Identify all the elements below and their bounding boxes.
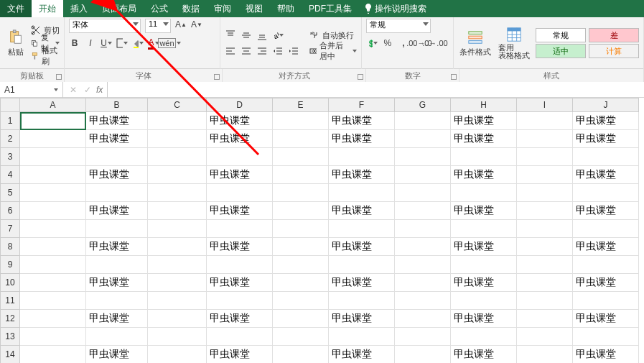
- cell-E10[interactable]: [273, 274, 329, 292]
- cell-H5[interactable]: [451, 184, 517, 202]
- menu-tab-view[interactable]: 视图: [238, 0, 270, 17]
- cell-E7[interactable]: [273, 220, 329, 238]
- cell-G14[interactable]: [395, 346, 451, 363]
- cell-D4[interactable]: 甲虫课堂: [207, 166, 273, 184]
- name-box[interactable]: A1: [0, 82, 63, 98]
- cell-style-bad[interactable]: 差: [589, 28, 639, 42]
- cell-G12[interactable]: [395, 310, 451, 328]
- cell-E12[interactable]: [273, 310, 329, 328]
- conditional-format-button[interactable]: 条件格式: [458, 24, 493, 63]
- cell-G4[interactable]: [395, 166, 451, 184]
- cell-C6[interactable]: [148, 202, 207, 220]
- row-header-13[interactable]: 13: [0, 328, 20, 346]
- cell-G13[interactable]: [395, 328, 451, 346]
- cell-I6[interactable]: [517, 202, 573, 220]
- cell-A10[interactable]: [20, 274, 86, 292]
- cell-B2[interactable]: 甲虫课堂: [86, 130, 148, 148]
- cell-B1[interactable]: 甲虫课堂: [86, 112, 148, 130]
- cell-F6[interactable]: 甲虫课堂: [329, 202, 395, 220]
- currency-button[interactable]: 💲: [366, 37, 378, 49]
- cell-J8[interactable]: 甲虫课堂: [573, 238, 639, 256]
- cell-A14[interactable]: [20, 346, 86, 363]
- cell-I7[interactable]: [517, 220, 573, 238]
- cell-G11[interactable]: [395, 292, 451, 310]
- cell-style-calc[interactable]: 计算: [589, 44, 639, 58]
- cell-G6[interactable]: [395, 202, 451, 220]
- formula-input[interactable]: [108, 82, 644, 98]
- cell-H3[interactable]: [451, 148, 517, 166]
- fill-color-button[interactable]: [132, 37, 144, 49]
- cell-B8[interactable]: 甲虫课堂: [86, 238, 148, 256]
- format-painter-button[interactable]: 格式刷: [31, 50, 60, 62]
- cell-H10[interactable]: 甲虫课堂: [451, 274, 517, 292]
- cell-J1[interactable]: 甲虫课堂: [573, 112, 639, 130]
- cell-D9[interactable]: [207, 256, 273, 274]
- cell-F8[interactable]: 甲虫课堂: [329, 238, 395, 256]
- row-header-14[interactable]: 14: [0, 346, 20, 363]
- column-header-B[interactable]: B: [86, 98, 148, 112]
- cell-D8[interactable]: 甲虫课堂: [207, 238, 273, 256]
- cell-B7[interactable]: [86, 220, 148, 238]
- row-header-7[interactable]: 7: [0, 220, 20, 238]
- cell-J2[interactable]: 甲虫课堂: [573, 130, 639, 148]
- cell-E14[interactable]: [273, 346, 329, 363]
- cell-C11[interactable]: [148, 292, 207, 310]
- cell-F9[interactable]: [329, 256, 395, 274]
- cell-D11[interactable]: [207, 292, 273, 310]
- row-header-1[interactable]: 1: [0, 112, 20, 130]
- cell-F4[interactable]: 甲虫课堂: [329, 166, 395, 184]
- cell-B11[interactable]: [86, 292, 148, 310]
- cell-J13[interactable]: [573, 328, 639, 346]
- cell-J12[interactable]: 甲虫课堂: [573, 310, 639, 328]
- cell-J3[interactable]: [573, 148, 639, 166]
- cell-H2[interactable]: 甲虫课堂: [451, 130, 517, 148]
- dialog-launcher-icon[interactable]: [214, 74, 220, 80]
- cell-A3[interactable]: [20, 148, 86, 166]
- cell-D7[interactable]: [207, 220, 273, 238]
- cell-D3[interactable]: [207, 148, 273, 166]
- cell-E3[interactable]: [273, 148, 329, 166]
- cell-I13[interactable]: [517, 328, 573, 346]
- decrease-decimal-button[interactable]: .0→.00: [429, 37, 441, 49]
- cell-E5[interactable]: [273, 184, 329, 202]
- font-name-combo[interactable]: 宋体: [69, 19, 141, 33]
- cell-F13[interactable]: [329, 328, 395, 346]
- cell-G2[interactable]: [395, 130, 451, 148]
- row-header-9[interactable]: 9: [0, 256, 20, 274]
- cell-G8[interactable]: [395, 238, 451, 256]
- cell-F11[interactable]: [329, 292, 395, 310]
- row-header-10[interactable]: 10: [0, 274, 20, 292]
- cell-J9[interactable]: [573, 256, 639, 274]
- cell-J14[interactable]: 甲虫课堂: [573, 346, 639, 363]
- row-header-2[interactable]: 2: [0, 130, 20, 148]
- dialog-launcher-icon[interactable]: [56, 74, 62, 80]
- cell-D5[interactable]: [207, 184, 273, 202]
- cell-H6[interactable]: 甲虫课堂: [451, 202, 517, 220]
- cell-B3[interactable]: [86, 148, 148, 166]
- cell-I4[interactable]: [517, 166, 573, 184]
- cell-A11[interactable]: [20, 292, 86, 310]
- cell-B10[interactable]: 甲虫课堂: [86, 274, 148, 292]
- cell-F14[interactable]: 甲虫课堂: [329, 346, 395, 363]
- border-button[interactable]: [116, 37, 128, 49]
- cell-A2[interactable]: [20, 130, 86, 148]
- cell-A12[interactable]: [20, 310, 86, 328]
- cell-G9[interactable]: [395, 256, 451, 274]
- align-left-button[interactable]: [225, 45, 236, 57]
- cell-J4[interactable]: 甲虫课堂: [573, 166, 639, 184]
- align-bottom-button[interactable]: [256, 29, 268, 41]
- cell-A9[interactable]: [20, 256, 86, 274]
- cell-E6[interactable]: [273, 202, 329, 220]
- cell-B13[interactable]: [86, 328, 148, 346]
- merge-center-button[interactable]: 合并后居中: [309, 45, 357, 57]
- cell-F2[interactable]: 甲虫课堂: [329, 130, 395, 148]
- cell-A8[interactable]: [20, 238, 86, 256]
- cell-A1[interactable]: [20, 112, 86, 130]
- column-header-I[interactable]: I: [517, 98, 573, 112]
- font-size-combo[interactable]: 11: [145, 19, 171, 33]
- decrease-indent-button[interactable]: [272, 45, 284, 57]
- cell-B14[interactable]: 甲虫课堂: [86, 346, 148, 363]
- cell-I12[interactable]: [517, 310, 573, 328]
- cell-E13[interactable]: [273, 328, 329, 346]
- cell-I8[interactable]: [517, 238, 573, 256]
